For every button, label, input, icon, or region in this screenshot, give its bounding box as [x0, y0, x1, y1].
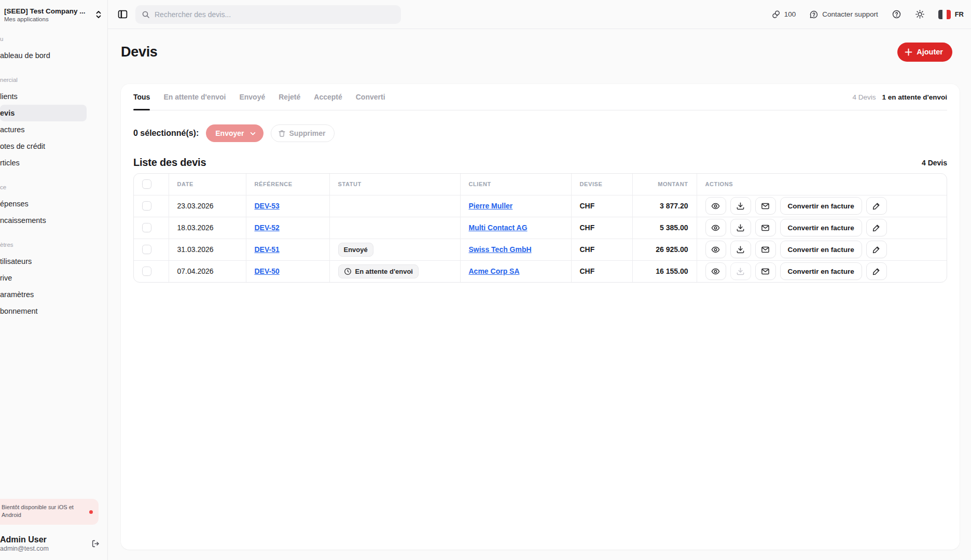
panel-left-icon	[117, 9, 128, 20]
tab-envoy-[interactable]: Envoyé	[239, 84, 265, 110]
delete-selected-button[interactable]: Supprimer	[271, 124, 335, 142]
amount: 5 385.00	[660, 223, 688, 232]
view-quote-button[interactable]	[705, 197, 726, 215]
sidebar-item-factures[interactable]: actures	[0, 121, 87, 138]
sidebar-item-abonnement[interactable]: bonnement	[0, 303, 87, 319]
table-row: 23.03.2026DEV-53Pierre MullerCHF3 877.20…	[134, 195, 947, 217]
quote-reference-link[interactable]: DEV-50	[255, 267, 280, 275]
edit-quote-button[interactable]	[866, 219, 887, 236]
email-quote-button[interactable]	[755, 219, 776, 236]
tab-rejet-[interactable]: Rejeté	[279, 84, 300, 110]
contact-support-button[interactable]: Contacter support	[809, 10, 878, 19]
download-quote-button[interactable]	[730, 197, 751, 215]
sidebar-item-depenses[interactable]: épenses	[0, 195, 87, 212]
quote-reference-link[interactable]: DEV-53	[255, 202, 280, 210]
sun-icon	[915, 9, 925, 19]
edit-quote-button[interactable]	[866, 262, 887, 280]
select-all-checkbox[interactable]	[142, 179, 151, 189]
download-icon	[736, 223, 745, 232]
email-quote-button[interactable]	[755, 262, 776, 280]
sidebar-item-clients[interactable]: lients	[0, 88, 87, 105]
send-label: Envoyer	[215, 129, 244, 137]
quote-date: 07.04.2026	[177, 267, 214, 275]
view-quote-button[interactable]	[705, 241, 726, 258]
convert-to-invoice-button[interactable]: Convertir en facture	[780, 262, 862, 280]
list-title: Liste des devis	[133, 157, 206, 169]
language-selector[interactable]: FR	[938, 10, 964, 19]
column-header-client: CLIENT	[460, 174, 571, 195]
amount: 16 155.00	[656, 267, 688, 275]
tab-en-attente-d-envoi[interactable]: En attente d'envoi	[163, 84, 226, 110]
download-quote-button[interactable]	[730, 219, 751, 236]
client-link[interactable]: Swiss Tech GmbH	[469, 245, 532, 254]
topbar: 100 Contacter support	[108, 0, 971, 29]
summary-count: 4 Devis	[852, 93, 876, 101]
edit-quote-button[interactable]	[866, 241, 887, 258]
view-quote-button[interactable]	[705, 262, 726, 280]
main-content: Devis Ajouter TousEn attente d'envoiEnvo…	[108, 29, 971, 560]
trash-icon	[278, 130, 286, 137]
convert-to-invoice-button[interactable]: Convertir en facture	[780, 197, 862, 215]
sidebar-item-encaissements[interactable]: ncaissements	[0, 212, 87, 229]
quote-reference-link[interactable]: DEV-51	[255, 245, 280, 254]
quotes-card: TousEn attente d'envoiEnvoyéRejetéAccept…	[121, 84, 960, 550]
credits-indicator[interactable]: 100	[771, 10, 796, 19]
theme-toggle-button[interactable]	[915, 9, 925, 19]
client-link[interactable]: Acme Corp SA	[469, 267, 520, 275]
coins-icon	[771, 10, 781, 19]
user-email: admin@test.com	[0, 545, 89, 552]
search-bar[interactable]	[135, 5, 401, 24]
logout-button[interactable]	[89, 537, 102, 550]
email-quote-button[interactable]	[755, 197, 776, 215]
clock-icon	[344, 268, 352, 275]
help-button[interactable]	[892, 9, 901, 19]
sidebar-nav: uableau de bordnerciallientsevisactureso…	[0, 0, 107, 319]
sidebar-item-notes-de-credit[interactable]: otes de crédit	[0, 138, 87, 155]
download-icon	[736, 267, 745, 276]
list-count: 4 Devis	[922, 159, 947, 167]
sidebar-item-devis[interactable]: evis	[0, 105, 87, 121]
quote-reference-link[interactable]: DEV-52	[255, 223, 280, 232]
edit-quote-button[interactable]	[866, 197, 887, 215]
tab-tous[interactable]: Tous	[133, 84, 150, 110]
tab-accept-[interactable]: Accepté	[314, 84, 342, 110]
add-quote-button[interactable]: Ajouter	[897, 43, 952, 62]
sidebar-item-articles[interactable]: rticles	[0, 155, 87, 171]
row-checkbox[interactable]	[142, 201, 151, 211]
email-quote-button[interactable]	[755, 241, 776, 258]
user-row: Admin User admin@test.com	[0, 532, 102, 555]
client-link[interactable]: Pierre Muller	[469, 202, 513, 210]
sidebar-item-tableau-de-bord[interactable]: ableau de bord	[0, 47, 87, 64]
sidebar-item-drive[interactable]: rive	[0, 270, 87, 286]
send-selected-button[interactable]: Envoyer	[206, 124, 263, 142]
download-quote-button	[730, 262, 751, 280]
quotes-table: DATERÉFÉRENCESTATUTCLIENTDEVISEMONTANTAC…	[133, 173, 947, 283]
tab-converti[interactable]: Converti	[356, 84, 385, 110]
search-icon	[142, 10, 150, 19]
convert-to-invoice-button[interactable]: Convertir en facture	[780, 241, 862, 258]
row-checkbox[interactable]	[142, 245, 151, 254]
sidebar-item-utilisateurs[interactable]: tilisateurs	[0, 253, 87, 270]
status-badge: Envoyé	[338, 243, 373, 257]
pencil-icon	[872, 223, 881, 232]
download-quote-button[interactable]	[730, 241, 751, 258]
sidebar-toggle-button[interactable]	[117, 9, 128, 20]
eye-icon	[711, 267, 720, 276]
row-checkbox[interactable]	[142, 223, 151, 232]
logout-icon	[91, 539, 100, 548]
column-header-date: DATE	[169, 174, 246, 195]
download-icon	[736, 202, 745, 211]
sidebar-section-finance: ce	[0, 179, 107, 195]
convert-to-invoice-button[interactable]: Convertir en facture	[780, 219, 862, 236]
search-input[interactable]	[155, 10, 395, 19]
amount: 3 877.20	[660, 202, 688, 210]
row-checkbox[interactable]	[142, 267, 151, 276]
sidebar-section-commercial: nercial	[0, 72, 107, 88]
language-label: FR	[955, 10, 964, 18]
france-flag-icon	[938, 10, 951, 19]
client-link[interactable]: Multi Contact AG	[469, 223, 528, 232]
view-quote-button[interactable]	[705, 219, 726, 236]
sidebar-item-parametres[interactable]: aramètres	[0, 286, 87, 303]
pencil-icon	[872, 245, 881, 254]
currency: CHF	[580, 202, 595, 210]
